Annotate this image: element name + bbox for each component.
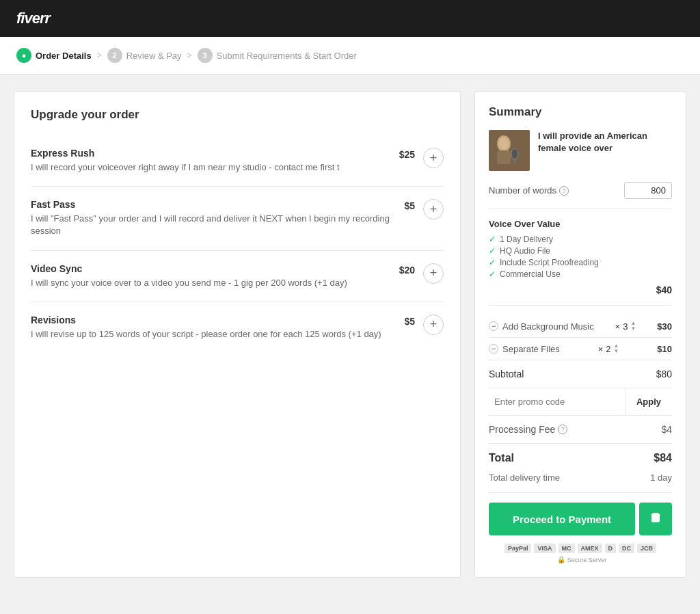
- fee-value: $4: [661, 424, 672, 435]
- add-upgrade-button[interactable]: +: [423, 263, 444, 284]
- upgrade-panel: Upgrade your order Express Rush I will r…: [14, 91, 461, 578]
- qty-value: 2: [606, 344, 610, 354]
- delivery-row: Total delivery time 1 day: [489, 472, 672, 493]
- main-content: Upgrade your order Express Rush I will r…: [0, 75, 700, 594]
- remove-addon-button[interactable]: −: [489, 344, 498, 353]
- total-label: Total: [489, 452, 514, 464]
- breadcrumb: ● Order Details > 2 Review & Pay > 3 Sub…: [0, 37, 700, 75]
- feature-item: ✓Include Script Proofreading: [489, 258, 672, 267]
- svg-rect-0: [489, 130, 530, 171]
- upgrade-name: Revisions: [31, 315, 393, 325]
- upgrade-title: Upgrade your order: [31, 108, 444, 122]
- payment-icons: PayPal VISA MC AMEX D DC JCB 🔒 Secure Se…: [489, 544, 672, 563]
- step3-circle: 3: [198, 48, 213, 63]
- check-icon: ✓: [489, 269, 496, 279]
- breadcrumb-step-3[interactable]: 3 Submit Requirements & Start Order: [198, 48, 357, 63]
- promo-input[interactable]: [489, 388, 625, 415]
- addon-list: − Add Background Music × 3 ▲ ▼ $30 − Sep…: [489, 315, 672, 360]
- qty-down-arrow[interactable]: ▼: [630, 326, 636, 332]
- value-price: $40: [489, 284, 672, 295]
- upgrade-info: Fast Pass I will "Fast Pass" your order …: [31, 199, 404, 237]
- arrow-2: >: [187, 51, 192, 60]
- service-title: I will provide an American female voice …: [538, 130, 672, 171]
- delivery-value: 1 day: [650, 472, 672, 483]
- arrow-1: >: [97, 51, 102, 60]
- qty-arrows[interactable]: ▲ ▼: [614, 343, 619, 354]
- addon-left: − Separate Files: [489, 344, 560, 354]
- diners-badge: D: [605, 544, 617, 553]
- addon-price: $30: [657, 321, 672, 332]
- upgrade-info: Revisions I will revise up to 125 words …: [31, 315, 404, 341]
- upgrade-price: $25: [399, 148, 415, 160]
- lock-icon: 🔒: [557, 556, 565, 563]
- service-thumbnail: [489, 130, 530, 171]
- total-row: Total $84: [489, 444, 672, 472]
- feature-item: ✓HQ Audio File: [489, 246, 672, 256]
- delivery-label: Total delivery time: [489, 472, 560, 483]
- words-label: Number of words ?: [489, 185, 569, 196]
- breadcrumb-step-1[interactable]: ● Order Details: [16, 48, 92, 63]
- remove-addon-button[interactable]: −: [489, 321, 498, 331]
- words-input[interactable]: [624, 182, 672, 199]
- addon-name: Add Background Music: [502, 321, 594, 332]
- add-upgrade-button[interactable]: +: [423, 199, 444, 219]
- paypal-badge: PayPal: [504, 544, 532, 553]
- step1-label: Order Details: [36, 51, 92, 61]
- upgrade-price: $20: [399, 263, 415, 276]
- add-upgrade-button[interactable]: +: [423, 315, 444, 335]
- upgrade-name: Express Rush: [31, 148, 388, 159]
- upgrade-desc: I will record your voiceover right away …: [31, 161, 388, 174]
- proceed-row: Proceed to Payment: [489, 503, 672, 535]
- step3-label: Submit Requirements & Start Order: [217, 51, 357, 61]
- value-section: Voice Over Value ✓1 Day Delivery✓HQ Audi…: [489, 219, 672, 306]
- feature-item: ✓1 Day Delivery: [489, 235, 672, 244]
- mc-badge: MC: [558, 544, 575, 553]
- upgrade-price: $5: [404, 315, 415, 327]
- upgrade-info: Video Sync I will sync your voice over t…: [31, 263, 399, 289]
- qty-down-arrow[interactable]: ▼: [614, 349, 619, 354]
- upgrade-info: Express Rush I will record your voiceove…: [31, 148, 399, 174]
- words-help-icon[interactable]: ?: [559, 186, 569, 196]
- svg-point-2: [499, 137, 509, 150]
- feature-label: HQ Audio File: [500, 246, 550, 256]
- proceed-button[interactable]: Proceed to Payment: [489, 503, 635, 535]
- breadcrumb-step-2[interactable]: 2 Review & Pay: [107, 48, 182, 63]
- svg-point-4: [511, 148, 518, 159]
- feature-label: 1 Day Delivery: [500, 235, 553, 244]
- jcb-badge: JCB: [637, 544, 656, 553]
- subtotal-value: $80: [656, 369, 672, 379]
- visa-badge: VISA: [534, 544, 555, 553]
- summary-box: Summary: [474, 91, 686, 578]
- amex-badge: AMEX: [578, 544, 602, 553]
- qty-symbol: ×: [598, 344, 604, 354]
- upgrade-desc: I will sync your voice over to a video y…: [31, 277, 388, 289]
- step2-circle: 2: [107, 48, 122, 63]
- fee-help-icon[interactable]: ?: [558, 425, 567, 434]
- svg-rect-3: [497, 150, 511, 164]
- upgrade-desc: I will "Fast Pass" your order and I will…: [31, 213, 393, 237]
- fee-label: Processing Fee ?: [489, 424, 567, 435]
- qty-control: × 2 ▲ ▼: [598, 343, 619, 354]
- header: fiverr: [0, 0, 700, 37]
- check-icon: ✓: [489, 235, 496, 244]
- feature-label: Commercial Use: [500, 269, 561, 279]
- step1-circle: ●: [16, 48, 31, 63]
- summary-panel: Summary: [474, 91, 686, 578]
- add-upgrade-button[interactable]: +: [423, 148, 444, 168]
- summary-title: Summary: [489, 105, 672, 119]
- total-value: $84: [654, 452, 672, 464]
- upgrade-item: Revisions I will revise up to 125 words …: [31, 302, 444, 353]
- qty-arrows[interactable]: ▲ ▼: [630, 321, 636, 332]
- addon-row: − Separate Files × 2 ▲ ▼ $10: [489, 338, 672, 360]
- qty-value: 3: [623, 321, 628, 332]
- check-icon: ✓: [489, 246, 496, 256]
- feature-item: ✓Commercial Use: [489, 269, 672, 279]
- fee-row: Processing Fee ? $4: [489, 416, 672, 444]
- addon-name: Separate Files: [502, 344, 560, 354]
- subtotal-label: Subtotal: [489, 369, 524, 379]
- cart-button[interactable]: [639, 503, 672, 535]
- qty-control: × 3 ▲ ▼: [615, 321, 636, 332]
- upgrade-item: Fast Pass I will "Fast Pass" your order …: [31, 186, 444, 250]
- apply-button[interactable]: Apply: [625, 388, 672, 415]
- upgrade-items-list: Express Rush I will record your voiceove…: [31, 135, 444, 353]
